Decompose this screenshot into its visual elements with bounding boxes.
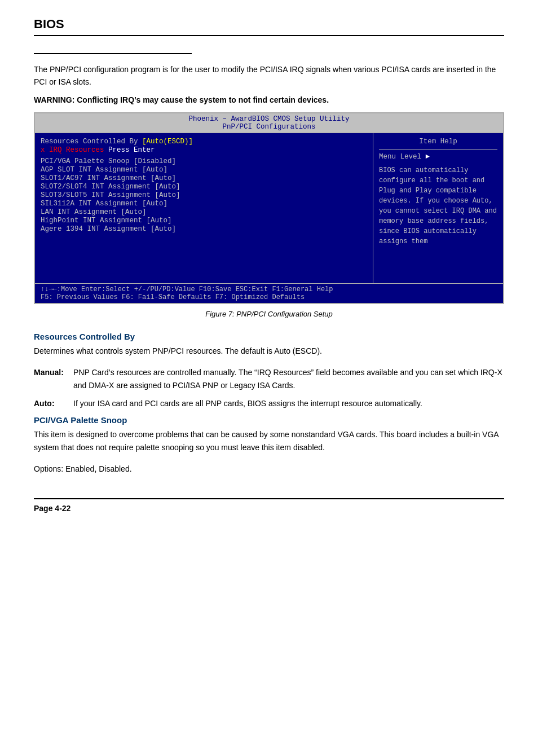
bios-row-resources: Resources Controlled By [Auto(ESCD)] [41,138,367,146]
bios-screen: Phoenix – AwardBIOS CMOS Setup Utility P… [34,112,504,304]
bios-row-slot3: SLOT3/SLOT5 INT Assignment [Auto] [41,191,367,199]
bios-value-slot2: [Auto] [155,183,180,191]
bios-row-sil: SIL3112A INT Assignment [Auto] [41,200,367,208]
bios-label-slot1: SLOT1/AC97 INT Assignment [41,174,151,182]
bios-menu-level-label: Menu Level [379,153,421,161]
section-body-resources: Determines what controls system PNP/PCI … [34,345,504,357]
section-body-pcivga: This item is designed to overcome proble… [34,428,504,454]
page-header: BIOS [34,17,504,36]
bios-value-slot1: [Auto] [151,174,176,182]
bios-value-highpoint: [Auto] [147,217,172,225]
bios-row-lan: LAN INT Assignment [Auto] [41,208,367,216]
bios-title-bar: Phoenix – AwardBIOS CMOS Setup Utility P… [35,113,503,133]
term-row-manual: Manual: PNP Card’s resources are control… [34,366,504,392]
bios-label-resources: Resources Controlled By [41,138,138,146]
bios-empty-area [41,234,367,279]
bios-main-area: Resources Controlled By [Auto(ESCD)] x I… [35,133,503,283]
bios-value-agp: [Auto] [142,166,167,174]
bios-footer: ↑↓→←:Move Enter:Select +/-/PU/PD:Value F… [35,283,503,303]
bios-label-irq: x IRQ Resources [41,146,104,154]
bios-label-slot2: SLOT2/SLOT4 INT Assignment [41,183,151,191]
bios-menu-level: Menu Level ► [379,153,497,161]
bios-footer-text1: ↑↓→←:Move Enter:Select +/-/PU/PD:Value F… [41,285,333,293]
bios-value-lan: [Auto] [121,208,147,216]
bios-menu-arrow: ► [426,153,430,161]
bios-value-pcivga: [Disabled] [134,157,176,165]
term-desc-manual: PNP Card’s resources are controlled manu… [73,366,504,392]
section-heading-resources: Resources Controlled By [34,332,504,341]
bios-help-title: Item Help [379,138,497,146]
page-footer: Page 4-22 [34,498,504,513]
section-heading-pcivga: PCI/VGA Palette Snoop [34,415,504,425]
bios-value-sil: [Auto] [142,200,167,208]
section-resources-controlled-by: Resources Controlled By Determines what … [34,332,504,410]
bios-right-panel: Item Help Menu Level ► BIOS can automati… [373,133,503,283]
bios-label-agp: AGP SLOT INT Assignment [41,166,142,174]
page-title: BIOS [34,17,504,32]
bios-row-slot1: SLOT1/AC97 INT Assignment [Auto] [41,174,367,182]
bios-row-pcivga: PCI/VGA Palette Snoop [Disabled] [41,157,367,165]
figure-caption: Figure 7: PNP/PCI Configuration Setup [34,310,504,318]
bios-row-irq: x IRQ Resources Press Enter [41,146,367,154]
bios-footer-row2: F5: Previous Values F6: Fail-Safe Defaul… [41,293,497,301]
term-row-auto: Auto: If your ISA card and PCI cards are… [34,397,504,410]
section-options-pcivga: Options: Enabled, Disabled. [34,463,504,475]
intro-paragraph: The PNP/PCI configuration program is for… [34,63,504,89]
bios-footer-row1: ↑↓→←:Move Enter:Select +/-/PU/PD:Value F… [41,285,497,293]
bios-label-agere: Agere 1394 INT Assignment [41,225,151,233]
bios-footer-text2: F5: Previous Values F6: Fail-Safe Defaul… [41,293,305,301]
bios-value-irq: Press Enter [108,146,155,154]
bios-value-resources: [Auto(ESCD)] [142,138,193,146]
bios-help-text: BIOS can automatically configure all the… [379,165,497,247]
term-label-manual: Manual: [34,366,73,392]
warning-text: WARNING: Conflicting IRQ’s may cause the… [34,95,504,104]
section-pcivga: PCI/VGA Palette Snoop This item is desig… [34,415,504,475]
bios-row-agp: AGP SLOT INT Assignment [Auto] [41,166,367,174]
bios-value-slot3: [Auto] [155,191,180,199]
term-desc-auto: If your ISA card and PCI cards are all P… [73,397,504,410]
bios-label-pcivga: PCI/VGA Palette Snoop [41,157,134,165]
page-number: Page 4-22 [34,504,70,513]
bios-label-sil: SIL3112A INT Assignment [41,200,142,208]
term-label-auto: Auto: [34,397,73,410]
bios-title-line2: PnP/PCI Configurations [35,123,503,131]
bios-row-slot2: SLOT2/SLOT4 INT Assignment [Auto] [41,183,367,191]
bios-help-divider [379,149,497,150]
bios-row-agere: Agere 1394 INT Assignment [Auto] [41,225,367,233]
bios-value-agere: [Auto] [151,225,176,233]
bios-label-lan: LAN INT Assignment [41,208,121,216]
bios-title-line1: Phoenix – AwardBIOS CMOS Setup Utility [35,115,503,123]
bios-row-highpoint: HighPoint INT Assignment [Auto] [41,217,367,225]
bios-left-panel: Resources Controlled By [Auto(ESCD)] x I… [35,133,373,283]
bios-label-slot3: SLOT3/SLOT5 INT Assignment [41,191,151,199]
section-divider [34,53,192,54]
bios-label-highpoint: HighPoint INT Assignment [41,217,147,225]
